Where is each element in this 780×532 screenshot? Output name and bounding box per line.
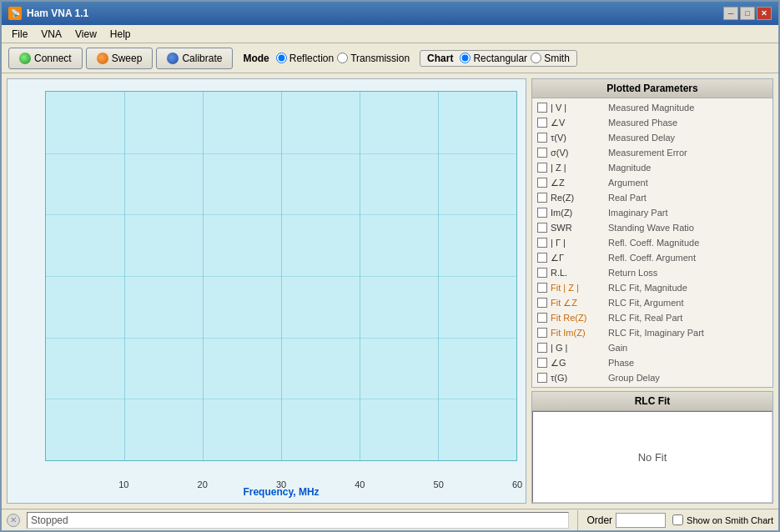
param-desc: Return Loss — [608, 268, 657, 278]
param-checkbox[interactable] — [537, 133, 547, 143]
chart-label: Chart — [427, 53, 453, 64]
param-desc: RLC Fit, Argument — [608, 298, 683, 308]
param-row: ∠ΓRefl. Coeff. Argument — [532, 250, 772, 265]
menu-bar: File VNA View Help — [2, 25, 778, 43]
no-fit-text: No Fit — [638, 451, 667, 464]
x-tick-50: 50 — [434, 479, 444, 489]
param-desc: Refl. Coeff. Magnitude — [608, 238, 699, 248]
mode-group: Mode Reflection Transmission — [243, 53, 410, 64]
rectangular-option[interactable]: Rectangular — [460, 53, 527, 64]
maximize-button[interactable]: □ — [740, 7, 755, 20]
transmission-option[interactable]: Transmission — [337, 53, 410, 64]
param-name: ∠G — [551, 358, 605, 369]
main-content: 10 20 30 40 50 60 Frequency, MHz Plotted… — [2, 73, 778, 509]
param-checkbox[interactable] — [537, 268, 547, 278]
param-row: SWRStanding Wave Ratio — [532, 220, 772, 235]
minimize-button[interactable]: ─ — [723, 7, 738, 20]
chart-plot — [45, 91, 517, 461]
param-row: τ(G)Group Delay — [532, 370, 772, 385]
param-checkbox[interactable] — [537, 238, 547, 248]
smith-chart-checkbox[interactable] — [672, 514, 683, 525]
param-desc: Measured Magnitude — [608, 103, 694, 113]
param-checkbox[interactable] — [537, 223, 547, 233]
param-checkbox[interactable] — [537, 253, 547, 263]
reflection-option[interactable]: Reflection — [276, 53, 334, 64]
calibrate-button[interactable]: Calibrate — [156, 48, 233, 69]
grid-line-h2 — [46, 214, 516, 215]
order-group: Order — [586, 513, 666, 528]
status-icon: ✕ — [7, 514, 20, 527]
param-checkbox[interactable] — [537, 163, 547, 173]
smith-option[interactable]: Smith — [531, 53, 570, 64]
param-name: SWR — [551, 223, 605, 233]
reflection-label: Reflection — [289, 53, 334, 64]
x-tick-40: 40 — [355, 479, 365, 489]
plotted-params-panel: Plotted Parameters | V |Measured Magnitu… — [531, 78, 773, 388]
param-name: | Γ | — [551, 238, 605, 248]
param-name: Re(Z) — [551, 193, 605, 203]
param-checkbox[interactable] — [537, 103, 547, 113]
reflection-radio[interactable] — [276, 53, 287, 63]
param-name: Fit Re(Z) — [551, 313, 605, 323]
param-row: | V |Measured Magnitude — [532, 100, 772, 115]
param-checkbox[interactable] — [537, 328, 547, 338]
param-desc: Measured Phase — [608, 118, 677, 128]
calibrate-icon — [167, 53, 179, 64]
param-desc: Refl. Coeff. Argument — [608, 253, 696, 263]
param-row: Re(Z)Real Part — [532, 190, 772, 205]
app-icon: 📡 — [8, 7, 22, 20]
order-input[interactable] — [616, 513, 666, 528]
param-name: σ(V) — [551, 148, 605, 158]
param-checkbox[interactable] — [537, 313, 547, 323]
param-name: Fit Im(Z) — [551, 328, 605, 338]
param-checkbox[interactable] — [537, 178, 547, 188]
param-row: | G |Gain — [532, 340, 772, 355]
transmission-radio[interactable] — [337, 53, 348, 63]
param-desc: Magnitude — [608, 163, 651, 173]
param-checkbox[interactable] — [537, 118, 547, 128]
rectangular-radio[interactable] — [460, 53, 471, 63]
param-row: σ(V)Measurement Error — [532, 145, 772, 160]
param-row: Fit | Z |RLC Fit, Magnitude — [532, 280, 772, 295]
param-checkbox[interactable] — [537, 208, 547, 218]
sweep-button[interactable]: Sweep — [86, 48, 153, 69]
smith-label: Smith — [544, 53, 570, 64]
window-title: Ham VNA 1.1 — [27, 8, 723, 19]
param-name: ∠Γ — [551, 253, 605, 263]
param-checkbox[interactable] — [537, 373, 547, 383]
status-bar: ✕ Stopped Order Show on Smith Chart — [2, 509, 778, 530]
rectangular-label: Rectangular — [473, 53, 527, 64]
app-window: 📡 Ham VNA 1.1 ─ □ ✕ File VNA View Help C… — [0, 0, 780, 532]
param-desc: RLC Fit, Magnitude — [608, 283, 687, 293]
param-desc: Group Delay — [608, 373, 660, 383]
param-name: Im(Z) — [551, 208, 605, 218]
status-text: Stopped — [27, 512, 569, 529]
param-desc: Real Part — [608, 193, 647, 203]
param-name: R.L. — [551, 268, 605, 278]
menu-view[interactable]: View — [68, 27, 103, 42]
param-checkbox[interactable] — [537, 193, 547, 203]
menu-help[interactable]: Help — [103, 27, 138, 42]
param-desc: Argument — [608, 178, 648, 188]
param-checkbox[interactable] — [537, 298, 547, 308]
smith-checkbox-label[interactable]: Show on Smith Chart — [672, 514, 773, 525]
param-checkbox[interactable] — [537, 358, 547, 368]
x-tick-60: 60 — [512, 479, 522, 489]
param-checkbox[interactable] — [537, 343, 547, 353]
param-row: Im(Z)Imaginary Part — [532, 205, 772, 220]
param-checkbox[interactable] — [537, 283, 547, 293]
param-checkbox[interactable] — [537, 148, 547, 158]
menu-vna[interactable]: VNA — [34, 27, 68, 42]
menu-file[interactable]: File — [5, 27, 34, 42]
plotted-params-header: Plotted Parameters — [532, 79, 772, 98]
close-button[interactable]: ✕ — [757, 7, 772, 20]
order-label: Order — [586, 514, 612, 526]
connect-button[interactable]: Connect — [8, 48, 83, 69]
param-desc: Measurement Error — [608, 148, 687, 158]
rlc-panel: RLC Fit No Fit — [531, 391, 773, 504]
smith-radio[interactable] — [531, 53, 541, 63]
param-row: | Z |Magnitude — [532, 160, 772, 175]
grid-line-h3 — [46, 276, 516, 277]
param-row: ∠ZArgument — [532, 175, 772, 190]
param-desc: RLC Fit, Real Part — [608, 313, 682, 323]
